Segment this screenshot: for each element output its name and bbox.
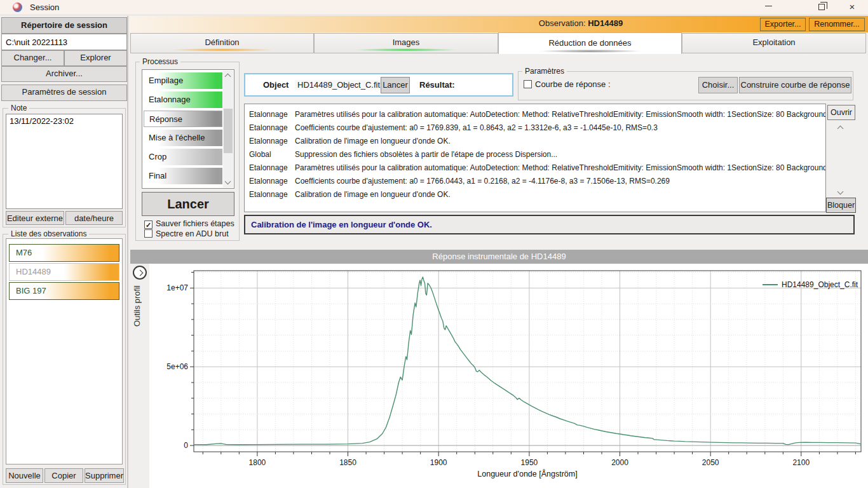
session-path-input[interactable] [1,34,127,50]
response-curve-row: Courbe de réponse : [524,79,611,89]
export-button[interactable]: Exporter... [760,18,806,31]
status-message: Calibration de l'image en longueur d'ond… [244,215,855,234]
profile-tools-label: Outils profil [132,285,142,327]
log-line: EtalonnageCoefficients courbe d'ajusteme… [249,175,826,188]
log-line: GlobalSuppression des fichiers obsolètes… [249,148,826,161]
process-group-label: Processus [140,57,180,66]
process-item-mise-echelle[interactable]: Mise à l'échelle [144,130,222,146]
process-item-crop[interactable]: Crop [144,149,222,165]
object-filename: HD14489_Object_C.fit [295,80,383,90]
log-scroll-down-icon[interactable] [837,189,844,195]
archive-button[interactable]: Archiver... [1,66,127,82]
response-curve-label: Courbe de réponse : [535,79,611,89]
tab-images-label: Images [393,37,420,47]
log-line: EtalonnageCalibration de l'image en long… [249,135,826,148]
scroll-up-icon[interactable] [225,74,231,80]
log-scrollbar[interactable] [830,123,853,198]
svg-text:1950: 1950 [521,458,538,467]
result-label: Résultat: [419,80,455,90]
chevron-right-icon [137,270,144,276]
adu-spectrum-checkbox[interactable] [144,229,153,238]
tab-data-reduction-accent [539,50,641,53]
save-step-files-checkbox[interactable] [144,220,153,229]
open-button[interactable]: Ouvrir [827,105,855,120]
explore-button[interactable]: Explorer [64,50,127,66]
session-sidebar: Répertoire de session Changer... Explore… [0,16,128,488]
tab-definition-accent [172,48,273,51]
restore-icon [818,4,825,10]
process-list: Empilage Etalonnage Réponse Mise à l'éch… [142,69,234,189]
tab-images[interactable]: Images [314,33,498,53]
process-log[interactable]: EtalonnageParamètres utilisés pour la ca… [244,104,826,212]
new-observation-button[interactable]: Nouvelle [6,468,43,483]
session-directory-header: Répertoire de session [1,17,127,34]
tab-exploitation[interactable]: Exploitation [682,33,866,53]
svg-text:1850: 1850 [339,458,356,467]
chart-legend: HD14489_Object_C.fit [763,280,858,289]
note-group: Note 13/11/2022-23:02 Editeur externe da… [3,108,126,227]
process-item-etalonnage[interactable]: Etalonnage [144,92,222,108]
delete-observation-button[interactable]: Supprimer [85,468,124,483]
run-process-button[interactable]: Lancer [142,192,234,216]
observation-item-m76[interactable]: M76 [9,244,119,262]
profile-tools-toggle-button[interactable] [133,266,147,280]
log-line: EtalonnageCoefficients courbe d'ajusteme… [249,121,826,135]
observation-title: Observation: HD14489 [403,18,759,28]
observations-group: Liste des observations M76 HD14489 BIG 1… [3,234,126,485]
build-response-curve-button[interactable]: Construire courbe de réponse [739,77,851,93]
svg-text:2050: 2050 [702,458,719,467]
run-object-button[interactable]: Lancer [381,77,410,93]
observation-item-big197[interactable]: BIG 197 [9,282,119,300]
tab-data-reduction-label: Réduction de données [548,38,631,48]
copy-observation-button[interactable]: Copier [44,468,83,483]
svg-text:2000: 2000 [611,458,628,467]
chart-x-axis-label: Longueur d'onde [Ångström] [194,470,861,478]
scroll-thumb[interactable] [224,109,233,153]
window-title: Session [30,3,59,12]
svg-text:5e+06: 5e+06 [166,362,188,371]
chart-title-bar: Réponse instrumentale de HD14489 [130,250,868,264]
profile-tools-strip: Outils profil [130,264,149,488]
observations-list: M76 HD14489 BIG 197 [6,238,123,464]
choose-button[interactable]: Choisir... [698,77,738,93]
title-bar: Session × [0,0,868,15]
change-directory-button[interactable]: Changer... [1,50,64,66]
process-item-reponse[interactable]: Réponse [144,111,222,127]
svg-text:2100: 2100 [792,458,810,467]
svg-text:1e+07: 1e+07 [166,283,188,292]
process-item-empilage[interactable]: Empilage [144,72,222,89]
minimize-button[interactable] [757,1,779,14]
session-parameters-button[interactable]: Paramètres de session [1,85,127,101]
tab-data-reduction[interactable]: Réduction de données [498,32,682,54]
observation-header-bar: Observation: HD14489 Exporter... Renomme… [130,16,868,32]
svg-text:1800: 1800 [249,458,266,467]
legend-series-label: HD14489_Object_C.fit [782,280,858,289]
tab-definition-label: Définition [205,37,239,47]
rename-button[interactable]: Renommer... [809,18,865,31]
tab-definition[interactable]: Définition [130,33,314,53]
tab-images-accent [355,48,457,51]
response-curve-checkbox[interactable] [524,80,532,88]
response-chart: 180018501900195020002050210005e+061e+07 … [130,264,868,488]
block-button[interactable]: Bloquer [826,198,856,213]
scroll-down-icon[interactable] [225,179,231,185]
object-box: Object HD14489_Object_C.fit Lancer Résul… [244,73,513,97]
restore-button[interactable] [811,1,832,14]
legend-line-swatch [763,284,778,285]
process-scrollbar[interactable] [223,71,233,187]
close-button[interactable]: × [841,1,863,14]
process-group: Processus Empilage Etalonnage Réponse Mi… [135,62,240,241]
external-editor-button[interactable]: Editeur externe [6,211,64,225]
adu-spectrum-label: Spectre en ADU brut [156,229,229,238]
note-textarea[interactable]: 13/11/2022-23:02 [6,114,123,209]
log-scroll-up-icon[interactable] [837,126,844,132]
chart-plot-area[interactable]: 180018501900195020002050210005e+061e+07 [130,264,868,488]
tab-exploitation-label: Exploitation [752,37,795,47]
log-line: EtalonnageParamètres utilisés pour la ca… [249,161,826,175]
application-window: Session × Répertoire de session Changer.… [0,0,868,488]
observation-item-hd14489[interactable]: HD14489 [9,263,119,281]
process-item-final[interactable]: Final [144,168,222,184]
observation-label: Observation: [539,18,586,28]
datetime-button[interactable]: date/heure [65,211,123,225]
save-step-files-row: Sauver fichiers étapes [144,219,234,229]
